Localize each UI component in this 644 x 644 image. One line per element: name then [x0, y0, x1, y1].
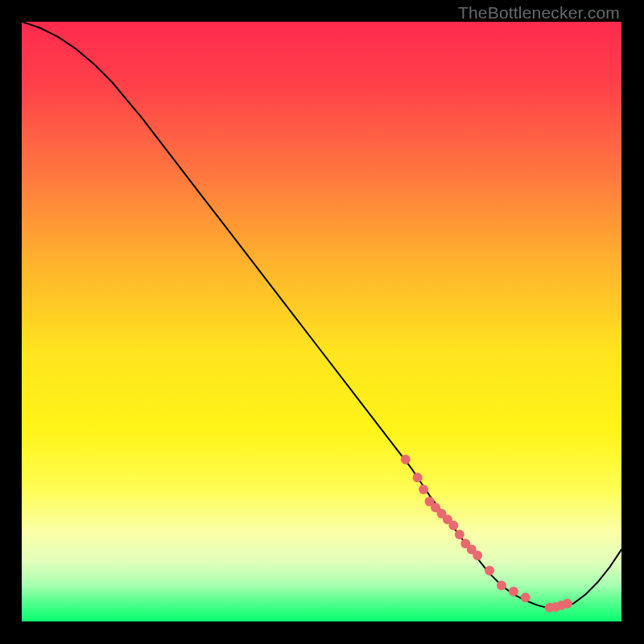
plot-area [22, 22, 621, 621]
chart-container: TheBottlenecker.com [0, 0, 644, 644]
chart-svg [22, 22, 621, 621]
data-marker [448, 521, 458, 530]
data-marker [419, 485, 428, 494]
data-marker [455, 530, 464, 539]
data-marker [473, 551, 482, 560]
data-marker [563, 599, 572, 609]
data-marker [401, 455, 411, 464]
data-marker [413, 473, 423, 482]
gradient-rect [22, 22, 621, 621]
watermark-text: TheBottlenecker.com [458, 3, 620, 23]
data-marker [509, 587, 518, 597]
data-marker [497, 580, 506, 590]
data-marker [485, 566, 494, 576]
data-marker [521, 592, 530, 602]
